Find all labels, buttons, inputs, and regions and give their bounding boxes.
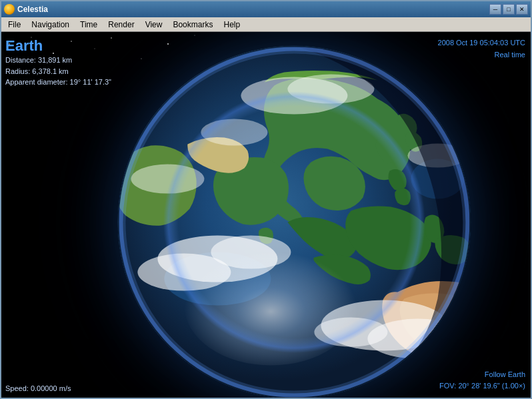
svg-point-48 bbox=[131, 164, 204, 193]
menu-navigation[interactable]: Navigation bbox=[26, 19, 75, 31]
titlebar-left: Celestia bbox=[4, 4, 48, 15]
menu-help[interactable]: Help bbox=[218, 19, 245, 31]
svg-point-51 bbox=[184, 245, 357, 365]
info-top-right: 2008 Oct 19 05:04:03 UTC Real time bbox=[438, 37, 525, 61]
titlebar-title: Celestia bbox=[17, 5, 48, 14]
speed-display: Speed: 0.00000 m/s bbox=[5, 384, 71, 392]
titlebar-buttons: ─ □ ✕ bbox=[489, 4, 528, 15]
menu-view[interactable]: View bbox=[140, 19, 168, 31]
svg-point-8 bbox=[195, 35, 195, 36]
svg-point-50 bbox=[201, 119, 267, 145]
menubar: File Navigation Time Render View Bookmar… bbox=[1, 17, 531, 32]
earth-globe bbox=[117, 45, 471, 398]
follow-display: Follow Earth bbox=[439, 369, 525, 381]
info-top-left: Earth Distance: 31,891 km Radius: 6,378.… bbox=[5, 37, 111, 88]
info-bottom-right: Follow Earth FOV: 20° 28' 19.6" (1.00×) bbox=[439, 369, 525, 392]
viewport: Earth Distance: 31,891 km Radius: 6,378.… bbox=[1, 32, 531, 398]
maximize-button[interactable]: □ bbox=[503, 4, 515, 15]
info-bottom-left: Speed: 0.00000 m/s bbox=[5, 384, 71, 392]
menu-file[interactable]: File bbox=[3, 19, 26, 31]
minimize-button[interactable]: ─ bbox=[489, 4, 501, 15]
app-icon bbox=[4, 4, 15, 15]
main-window: Celestia ─ □ ✕ File Navigation Time Rend… bbox=[0, 0, 532, 399]
titlebar: Celestia ─ □ ✕ bbox=[1, 1, 531, 17]
fov-display: FOV: 20° 28' 19.6" (1.00×) bbox=[439, 380, 525, 392]
svg-point-7 bbox=[167, 43, 169, 45]
radius-info: Radius: 6,378.1 km bbox=[5, 66, 111, 77]
earth-container bbox=[117, 45, 471, 398]
menu-time[interactable]: Time bbox=[75, 19, 103, 31]
object-name-label: Earth bbox=[5, 37, 111, 55]
svg-point-47 bbox=[287, 74, 374, 103]
distance-info: Distance: 31,891 km bbox=[5, 55, 111, 66]
datetime-display: 2008 Oct 19 05:04:03 UTC bbox=[438, 37, 525, 49]
close-button[interactable]: ✕ bbox=[516, 4, 528, 15]
time-mode-display: Real time bbox=[438, 49, 525, 61]
menu-bookmarks[interactable]: Bookmarks bbox=[167, 19, 218, 31]
apparent-diameter-info: Apparent diameter: 19° 11' 17.3" bbox=[5, 77, 111, 88]
menu-render[interactable]: Render bbox=[103, 19, 139, 31]
